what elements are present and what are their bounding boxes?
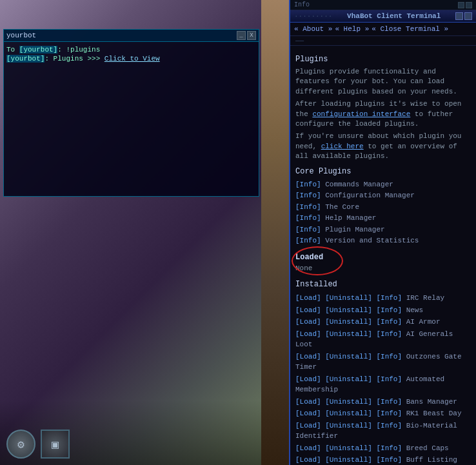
terminal-dots: ········· — [294, 12, 332, 20]
load-link-10[interactable]: [Load] — [295, 444, 321, 452]
info-link-7[interactable]: [Info] — [376, 398, 402, 406]
core-plugin-5: [Info] Plugin Manager — [295, 224, 471, 235]
chat-cmd-1: : !plugins — [57, 46, 100, 54]
nav-help[interactable]: « Help » — [335, 25, 369, 33]
core-plugin-3-tag[interactable]: [Info] — [295, 203, 321, 211]
installed-item-1: [Load] [Uninstall] [Info] IRC Relay — [295, 293, 471, 304]
core-plugin-5-tag[interactable]: [Info] — [295, 226, 321, 233]
core-plugins-title: Core Plugins — [295, 166, 471, 177]
uninstall-link-2[interactable]: [Uninstall] — [325, 306, 372, 314]
info-link-6[interactable]: [Info] — [376, 375, 402, 383]
uninstall-link-3[interactable]: [Uninstall] — [325, 318, 372, 326]
uninstall-link-6[interactable]: [Uninstall] — [325, 375, 372, 383]
terminal-nav: « About » « Help » « Close Terminal » — [290, 23, 476, 36]
installed-item-3: [Load] [Uninstall] [Info] AI Armor — [295, 317, 471, 328]
installed-section: Installed [Load] [Uninstall] [Info] IRC … — [295, 279, 471, 465]
chat-title: yourbot — [6, 32, 36, 39]
plugins-desc-2: After loading plugins it's wise to open … — [295, 99, 471, 129]
installed-title: Installed — [295, 279, 471, 290]
info-close-btn[interactable] — [466, 2, 472, 8]
terminal-divider: —— — [295, 37, 304, 45]
core-plugin-6-tag[interactable]: [Info] — [295, 237, 321, 244]
uninstall-link-10[interactable]: [Uninstall] — [325, 444, 372, 452]
chat-bot-ref-1: [yourbot] — [19, 46, 57, 54]
load-link-5[interactable]: [Load] — [295, 353, 321, 361]
game-button-circle-1[interactable]: ⚙ — [6, 430, 35, 459]
uninstall-link-1[interactable]: [Uninstall] — [325, 294, 372, 302]
core-plugin-1-tag[interactable]: [Info] — [295, 181, 321, 188]
uninstall-link-9[interactable]: [Uninstall] — [325, 422, 372, 430]
core-plugin-2-tag[interactable]: [Info] — [295, 192, 321, 199]
load-link-3[interactable]: [Load] — [295, 318, 321, 326]
installed-item-2: [Load] [Uninstall] [Info] News — [295, 305, 471, 316]
chat-controls: _ X — [237, 31, 256, 40]
info-link-2[interactable]: [Info] — [376, 306, 402, 314]
load-link-8[interactable]: [Load] — [295, 410, 321, 417]
installed-item-5: [Load] [Uninstall] [Info] Outzones Gate … — [295, 351, 471, 373]
nav-close[interactable]: « Close Terminal » — [372, 25, 448, 33]
terminal-ctrl-btn-2[interactable] — [464, 12, 472, 20]
installed-item-4: [Load] [Uninstall] [Info] AI Generals Lo… — [295, 329, 471, 350]
chat-close-button[interactable]: X — [247, 31, 256, 40]
core-plugin-1: [Info] Commands Manager — [295, 179, 471, 190]
info-link-5[interactable]: [Info] — [376, 353, 402, 361]
core-plugin-3-name: The Core — [325, 203, 359, 211]
config-interface-link[interactable]: configuration interface — [312, 110, 410, 118]
game-ui-bottom: ⚙ ▣ — [0, 401, 261, 465]
chat-click-to-view[interactable]: Click to View — [104, 55, 160, 63]
plugins-desc-3: If you're unsure about which plugin you … — [295, 132, 471, 161]
load-link-2[interactable]: [Load] — [295, 306, 321, 314]
installed-item-11: [Load] [Uninstall] [Info] Buff Listing F… — [295, 455, 471, 465]
plugins-overview-text: to get an overview of all available plug… — [295, 143, 457, 160]
game-button-square-1[interactable]: ▣ — [41, 430, 70, 459]
uninstall-link-11[interactable]: [Uninstall] — [325, 456, 372, 464]
chat-bot-ref-2: [yourbot] — [6, 55, 45, 63]
chat-content: To [yourbot]: !plugins [yourbot]: Plugin… — [4, 42, 259, 189]
info-link-3[interactable]: [Info] — [376, 318, 402, 326]
core-plugin-4-tag[interactable]: [Info] — [295, 214, 321, 222]
info-minimize-btn[interactable] — [458, 2, 464, 8]
info-link-4[interactable]: [Info] — [376, 330, 402, 338]
plugin-name-10: Breed Caps — [406, 444, 449, 452]
uninstall-link-7[interactable]: [Uninstall] — [325, 398, 372, 406]
plugin-name-8: RK1 Beast Day — [406, 410, 462, 417]
load-link-6[interactable]: [Load] — [295, 375, 321, 383]
load-link-4[interactable]: [Load] — [295, 330, 321, 338]
terminal-ctrl-btn-1[interactable] — [455, 12, 463, 20]
load-link-1[interactable]: [Load] — [295, 294, 321, 302]
info-link-11[interactable]: [Info] — [376, 456, 402, 464]
core-plugin-5-name: Plugin Manager — [325, 226, 384, 233]
info-link-10[interactable]: [Info] — [376, 444, 402, 452]
installed-item-9: [Load] [Uninstall] [Info] Bio-Material I… — [295, 420, 471, 442]
core-plugin-4: [Info] Help Manager — [295, 213, 471, 224]
load-link-11[interactable]: [Load] — [295, 456, 321, 464]
terminal-controls — [455, 12, 472, 20]
plugins-section-title: Plugins — [295, 54, 471, 65]
plugins-desc-1: Plugins provide functionality and featur… — [295, 67, 471, 97]
load-link-9[interactable]: [Load] — [295, 422, 321, 430]
info-bar: Info — [290, 0, 476, 10]
info-link-1[interactable]: [Info] — [376, 294, 402, 302]
uninstall-link-8[interactable]: [Uninstall] — [325, 410, 372, 417]
core-plugin-3: [Info] The Core — [295, 202, 471, 213]
chat-prefix-2: : Plugins >>> — [45, 55, 104, 63]
installed-item-10: [Load] [Uninstall] [Info] Breed Caps — [295, 443, 471, 454]
game-btn-icon-2: ▣ — [52, 437, 59, 451]
loaded-section: Loaded None — [295, 252, 471, 274]
terminal-title: VhaBot Client Terminal — [347, 12, 441, 20]
uninstall-link-4[interactable]: [Uninstall] — [325, 330, 372, 338]
info-link-9[interactable]: [Info] — [376, 422, 402, 430]
core-plugin-1-name: Commands Manager — [325, 181, 393, 188]
chat-minimize-button[interactable]: _ — [237, 31, 246, 40]
click-here-link[interactable]: click here — [321, 143, 364, 150]
core-plugins-list: [Info] Commands Manager [Info] Configura… — [295, 179, 471, 246]
installed-item-6: [Load] [Uninstall] [Info] Automated Memb… — [295, 374, 471, 395]
info-link-8[interactable]: [Info] — [376, 410, 402, 417]
info-label: Info — [294, 1, 310, 8]
nav-about[interactable]: « About » — [294, 25, 332, 33]
terminal-content[interactable]: Plugins Plugins provide functionality an… — [290, 46, 476, 465]
loaded-value: None — [295, 263, 471, 274]
load-link-7[interactable]: [Load] — [295, 398, 321, 406]
core-plugin-6: [Info] Version and Statistics — [295, 235, 471, 246]
uninstall-link-5[interactable]: [Uninstall] — [325, 353, 372, 361]
